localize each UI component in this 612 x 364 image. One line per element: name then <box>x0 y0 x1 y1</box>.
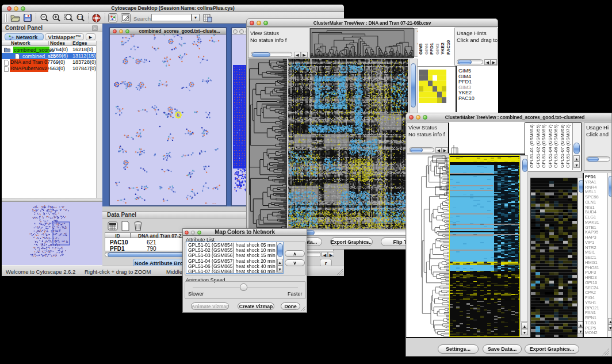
svg-text:1:1: 1:1 <box>78 16 82 19</box>
